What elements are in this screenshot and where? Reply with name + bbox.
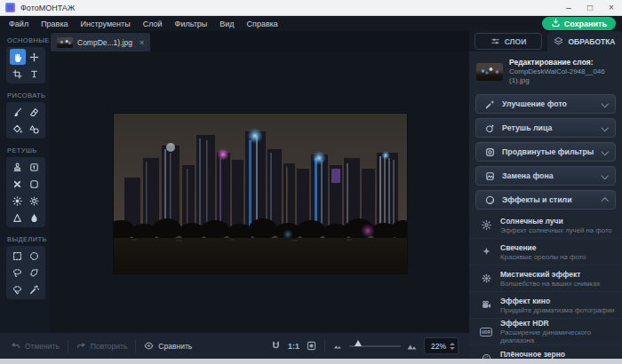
blur-tool-button[interactable] (27, 210, 43, 226)
menu-item-5[interactable]: Вид (213, 20, 240, 28)
section-label: Эффекты и стили (502, 195, 596, 204)
chevron-down-icon (601, 172, 608, 179)
redo-button[interactable]: Повторить (76, 341, 128, 351)
divider (135, 340, 136, 352)
layer-edit-title: Редактирование слоя: (509, 58, 615, 67)
tool-section-label: ВЫДЕЛИТЬ (7, 235, 50, 243)
compare-eye-icon (144, 341, 154, 351)
tab-layers[interactable]: СЛОИ (474, 33, 542, 50)
text-tool-button[interactable] (27, 66, 43, 82)
zoom-percent-spinbox[interactable]: 22% (424, 337, 459, 354)
ellipse-select-tool-button[interactable] (27, 248, 43, 264)
zoom-in-icon[interactable] (407, 341, 417, 351)
menu-item-1[interactable]: Правка (35, 20, 74, 28)
section-header[interactable]: Улучшение фото (475, 94, 616, 114)
divider (68, 340, 68, 352)
effect-item[interactable]: Эффект киноПридайте драматизма фотографи… (469, 292, 622, 319)
section-header[interactable]: Ретушь лица (475, 118, 616, 138)
effect-title: Плёночное зерно (500, 350, 598, 359)
filters-icon (484, 147, 496, 157)
processing-sections: Улучшение фотоРетушь лицаПродвинутые фил… (469, 94, 622, 210)
window-titlebar: ФотоМОНТАЖ – □ × (0, 0, 622, 16)
effect-item[interactable]: HDRЭффект HDRРасширение динамического ди… (469, 319, 622, 345)
zoom-slider[interactable] (349, 345, 401, 347)
magic-wand-tool-button[interactable] (27, 281, 43, 297)
close-button[interactable]: × (601, 0, 622, 15)
brush-tool-button[interactable] (10, 104, 26, 120)
save-button[interactable]: Сохранить (542, 17, 616, 30)
menu-item-6[interactable]: Справка (241, 20, 284, 28)
polygon-lasso-tool-button[interactable] (27, 265, 43, 281)
ratio-1-1-button[interactable]: 1:1 (288, 342, 299, 351)
glow-icon (479, 247, 493, 257)
shapes-tool-button[interactable] (27, 121, 43, 137)
layers-sliders-icon (490, 36, 500, 46)
fit-screen-icon[interactable] (307, 341, 316, 351)
maximize-button[interactable]: □ (579, 0, 601, 15)
tab-close-icon[interactable]: × (140, 38, 144, 47)
sharpen-tool-button[interactable] (10, 210, 26, 226)
tool-group (6, 47, 45, 83)
chevron-down-icon (601, 148, 608, 155)
editor-canvas[interactable] (50, 51, 469, 333)
tool-section-label: РЕТУШЬ (7, 146, 50, 154)
patch-tool-button[interactable] (27, 159, 43, 175)
undo-button[interactable]: Отменить (11, 341, 60, 351)
zoom-out-icon[interactable] (333, 341, 343, 351)
document-thumbnail (57, 37, 73, 48)
sun-rays-icon (479, 220, 493, 230)
eraser-tool-button[interactable] (27, 104, 43, 120)
exposure-tool-button[interactable] (27, 193, 43, 209)
spin-up-icon[interactable] (450, 343, 455, 345)
effect-title: Эффект кино (500, 297, 615, 306)
heal-tool-button[interactable] (10, 176, 26, 192)
effect-item[interactable]: Солнечные лучиЭффект солнечных лучей на … (469, 212, 622, 239)
tab-processing[interactable]: ОБРАБОТКА (547, 31, 622, 51)
background-icon (484, 171, 496, 181)
menu-bar: ФайлПравкаИнструментыСлойФильтрыВидСправ… (0, 16, 622, 31)
section-expanded-header[interactable]: Эффекты и стили (475, 190, 616, 210)
effect-subtitle: Волшебство на ваших снимках (500, 280, 600, 289)
section-header[interactable]: Продвинутые фильтры (475, 142, 616, 162)
section-header[interactable]: Замена фона (475, 166, 616, 186)
effect-item[interactable]: Плёночное зерноЭффекты зернистости и шум… (469, 345, 622, 359)
effect-subtitle: Эффект солнечных лучей на фото (500, 226, 612, 235)
zoom-slider-handle[interactable] (355, 340, 362, 346)
app-logo-icon (5, 3, 15, 12)
cinema-icon (479, 300, 493, 310)
status-bar: Отменить Повторить Сравнить 1:1 22% (0, 333, 469, 359)
tools-sidebar: ОСНОВНЫЕРИСОВАТЬРЕТУШЬВЫДЕЛИТЬ (0, 31, 50, 333)
fill-tool-button[interactable] (10, 121, 26, 137)
frame-tool-button[interactable] (27, 176, 43, 192)
hand-tool-button[interactable] (10, 49, 26, 65)
effect-title: Свечение (500, 243, 586, 253)
menu-item-4[interactable]: Фильтры (169, 20, 214, 28)
tool-section-label: ОСНОВНЫЕ (7, 36, 50, 44)
menu-item-2[interactable]: Инструменты (75, 20, 137, 28)
right-panel-tabs: СЛОИ ОБРАБОТКА (469, 31, 622, 51)
effect-item[interactable]: Мистический эффектВолшебство на ваших сн… (469, 265, 622, 292)
menu-item-3[interactable]: Слой (137, 20, 169, 28)
brightness-tool-button[interactable] (10, 193, 26, 209)
minimize-button[interactable]: – (558, 0, 579, 15)
spin-down-icon[interactable] (450, 347, 455, 350)
menu-item-0[interactable]: Файл (3, 20, 35, 28)
layer-filename: CompDeskWalCol-2948__046 (1).jpg (509, 67, 615, 86)
magnet-icon[interactable] (271, 341, 281, 351)
magnetic-lasso-tool-button[interactable] (10, 281, 26, 297)
compare-button[interactable]: Сравнить (144, 341, 192, 351)
rect-select-tool-button[interactable] (10, 248, 26, 264)
move-tool-button[interactable] (27, 49, 43, 65)
stamp-tool-button[interactable] (10, 159, 26, 175)
spinner-arrows[interactable] (450, 343, 455, 350)
processing-panel: Редактирование слоя: CompDeskWalCol-2948… (469, 51, 622, 359)
right-panel: СЛОИ ОБРАБОТКА Редактирование слоя: Comp… (469, 31, 622, 359)
tool-group (6, 157, 45, 227)
window-title: ФотоМОНТАЖ (20, 4, 75, 12)
lasso-tool-button[interactable] (10, 265, 26, 281)
effect-subtitle: Расширение динамического диапазона (500, 328, 615, 345)
crop-tool-button[interactable] (10, 66, 26, 82)
effect-item[interactable]: СвечениеКрасивые ореолы на фото (469, 239, 622, 265)
tool-section-label: РИСОВАТЬ (7, 91, 50, 99)
document-tab[interactable]: CompDe...1).jpg × (51, 33, 150, 51)
